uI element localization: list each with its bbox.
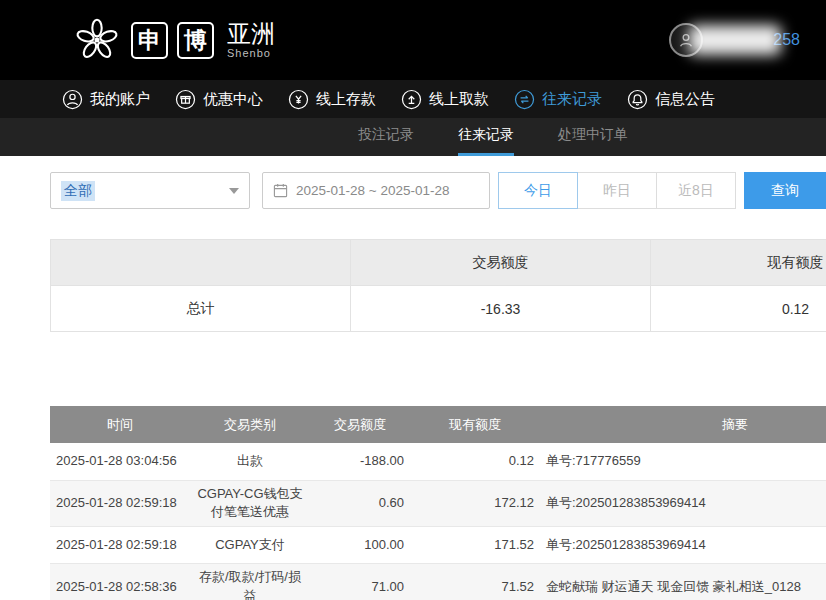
withdraw-coin-icon xyxy=(401,89,422,110)
cell-balance: 71.52 xyxy=(410,564,540,600)
brand-char-1: 申 xyxy=(131,22,168,59)
user-icon xyxy=(62,89,83,110)
col-header-type: 交易类别 xyxy=(190,406,310,443)
nav-item-withdraw[interactable]: 线上取款 xyxy=(401,89,489,110)
cell-amount: 0.60 xyxy=(310,480,410,527)
sub-nav: 投注记录 往来记录 处理中订单 xyxy=(0,118,826,156)
nav-item-label: 优惠中心 xyxy=(203,90,263,109)
table-row: 2025-01-28 02:58:36 存款/取款/打码/损益 71.00 71… xyxy=(50,564,826,600)
nav-item-label: 线上取款 xyxy=(429,90,489,109)
nav-item-deposit[interactable]: 线上存款 xyxy=(288,89,376,110)
deposit-coin-icon xyxy=(288,89,309,110)
table-row: 2025-01-28 03:04:56 出款 -188.00 0.12 单号:7… xyxy=(50,443,826,480)
cell-note: 金蛇献瑞 财运通天 现金回馈 豪礼相送_0128 xyxy=(540,564,826,600)
redacted-username xyxy=(689,25,781,55)
nav-item-my-account[interactable]: 我的账户 xyxy=(62,89,150,110)
cell-note: 单号:717776559 xyxy=(540,443,826,480)
cell-amount: -188.00 xyxy=(310,443,410,480)
main-nav: 我的账户 优惠中心 线上存款 线上取款 往来记录 xyxy=(0,80,826,118)
tab-transaction-records[interactable]: 往来记录 xyxy=(458,126,514,156)
cell-time: 2025-01-28 02:59:18 xyxy=(50,480,190,527)
col-header-balance: 现有额度 xyxy=(410,406,540,443)
cell-time: 2025-01-28 02:59:18 xyxy=(50,527,190,564)
summary-header-row: 交易额度 现有额度 xyxy=(51,240,826,286)
cell-balance: 172.12 xyxy=(410,480,540,527)
transfer-records-icon xyxy=(514,89,535,110)
summary-table-wrapper: 交易额度 现有额度 总计 -16.33 0.12 xyxy=(50,239,826,332)
tab-pending-orders[interactable]: 处理中订单 xyxy=(558,126,628,156)
table-row: 2025-01-28 02:59:18 CGPAY-CG钱包支付笔笔送优惠 0.… xyxy=(50,480,826,527)
cell-time: 2025-01-28 03:04:56 xyxy=(50,443,190,480)
date-range-input[interactable]: 2025-01-28 ~ 2025-01-28 xyxy=(262,172,490,209)
nav-item-label: 我的账户 xyxy=(90,90,150,109)
summary-header-amount: 交易额度 xyxy=(351,240,651,286)
summary-total-balance: 0.12 xyxy=(651,286,826,332)
type-select-value: 全部 xyxy=(61,181,95,201)
gift-icon xyxy=(175,89,196,110)
col-header-time: 时间 xyxy=(50,406,190,443)
chevron-down-icon xyxy=(229,188,239,194)
yesterday-button[interactable]: 昨日 xyxy=(577,172,657,209)
search-button[interactable]: 查询 xyxy=(744,172,826,209)
today-button[interactable]: 今日 xyxy=(498,172,578,209)
last-8-days-button[interactable]: 近8日 xyxy=(656,172,736,209)
summary-total-label: 总计 xyxy=(51,286,351,332)
summary-total-row: 总计 -16.33 0.12 xyxy=(51,286,826,332)
brand-char-2: 博 xyxy=(177,22,214,59)
type-select[interactable]: 全部 xyxy=(50,172,250,209)
content-area: 全部 2025-01-28 ~ 2025-01-28 今日 昨日 近8日 查询 xyxy=(0,172,826,600)
summary-header-balance: 现有额度 xyxy=(651,240,826,286)
cell-balance: 0.12 xyxy=(410,443,540,480)
cell-balance: 171.52 xyxy=(410,527,540,564)
nav-item-announcements[interactable]: 信息公告 xyxy=(627,89,715,110)
records-table-wrapper: 时间 交易类别 交易额度 现有额度 摘要 2025-01-28 03:04:56… xyxy=(50,406,826,600)
nav-item-label: 信息公告 xyxy=(655,90,715,109)
cell-type: 存款/取款/打码/损益 xyxy=(190,564,310,600)
nav-item-promotions[interactable]: 优惠中心 xyxy=(175,89,263,110)
records-table: 时间 交易类别 交易额度 现有额度 摘要 2025-01-28 03:04:56… xyxy=(50,406,826,600)
nav-item-label: 线上存款 xyxy=(316,90,376,109)
filter-bar: 全部 2025-01-28 ~ 2025-01-28 今日 昨日 近8日 查询 xyxy=(50,172,826,209)
nav-item-transaction-records[interactable]: 往来记录 xyxy=(514,89,602,110)
brand-logo: 申 博 亚洲 Shenbo xyxy=(72,15,275,65)
top-header: 申 博 亚洲 Shenbo 258 xyxy=(0,0,826,80)
quick-date-buttons: 今日 昨日 近8日 xyxy=(498,172,736,209)
nav-item-label: 往来记录 xyxy=(542,90,602,109)
cell-type: CGPAY支付 xyxy=(190,527,310,564)
summary-header-blank xyxy=(51,240,351,286)
cell-amount: 100.00 xyxy=(310,527,410,564)
user-account-area[interactable]: 258 xyxy=(669,23,800,57)
brand-region: 亚洲 xyxy=(227,21,275,46)
cell-type: 出款 xyxy=(190,443,310,480)
flower-logo-icon xyxy=(72,15,122,65)
summary-table: 交易额度 现有额度 总计 -16.33 0.12 xyxy=(50,239,826,332)
calendar-icon xyxy=(273,183,288,198)
table-row: 2025-01-28 02:59:18 CGPAY支付 100.00 171.5… xyxy=(50,527,826,564)
brand-subtitle: Shenbo xyxy=(227,47,275,59)
records-header-row: 时间 交易类别 交易额度 现有额度 摘要 xyxy=(50,406,826,443)
summary-total-amount: -16.33 xyxy=(351,286,651,332)
date-range-value: 2025-01-28 ~ 2025-01-28 xyxy=(296,183,450,198)
cell-time: 2025-01-28 02:58:36 xyxy=(50,564,190,600)
bell-icon xyxy=(627,89,648,110)
cell-type: CGPAY-CG钱包支付笔笔送优惠 xyxy=(190,480,310,527)
cell-note: 单号:202501283853969414 xyxy=(540,480,826,527)
col-header-note: 摘要 xyxy=(540,406,826,443)
brand-region-block: 亚洲 Shenbo xyxy=(227,21,275,58)
tab-bet-records[interactable]: 投注记录 xyxy=(358,126,414,156)
cell-amount: 71.00 xyxy=(310,564,410,600)
cell-note: 单号:202501283853969414 xyxy=(540,527,826,564)
page: 申 博 亚洲 Shenbo 258 我的账户 xyxy=(0,0,826,600)
col-header-amount: 交易额度 xyxy=(310,406,410,443)
